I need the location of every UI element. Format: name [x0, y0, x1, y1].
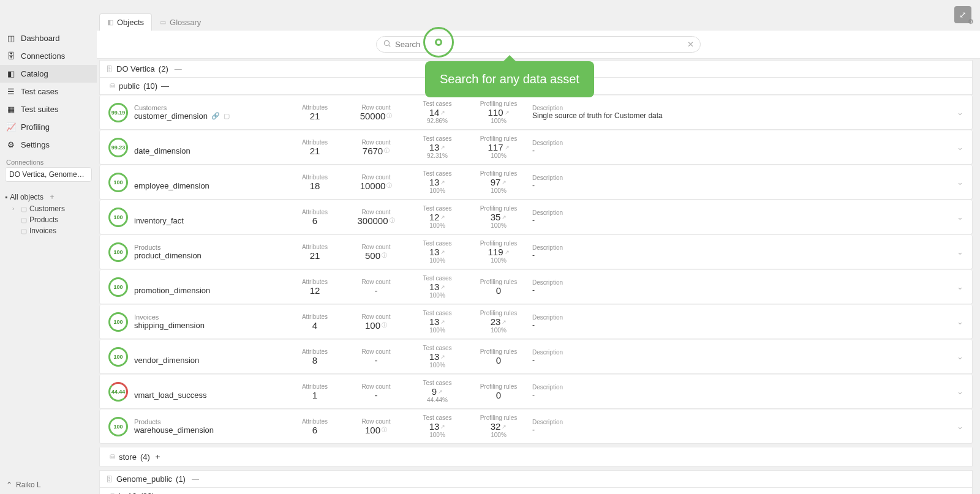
object-name[interactable]: employee_dimension: [134, 181, 281, 190]
rowcount-value: -: [349, 285, 404, 296]
rules-value[interactable]: 0: [471, 355, 526, 365]
catalog-icon: ◧: [6, 69, 16, 78]
chevron-down-icon[interactable]: ⌄: [957, 282, 963, 291]
collapse-icon[interactable]: —: [161, 81, 169, 91]
object-name[interactable]: inventory_fact: [134, 216, 281, 225]
group-hg16[interactable]: ⛁ hg16 (86) —: [99, 488, 973, 494]
connections-selector[interactable]: DO Vertica, Genome_p...: [5, 167, 92, 182]
sidebar: ◫Dashboard🗄Connections◧Catalog☰Test case…: [0, 0, 97, 494]
tabs-bar: ◧ Objects ▭ Glossary: [97, 13, 980, 31]
table-row[interactable]: 100 vendor_dimension Attributes8 Row cou…: [99, 340, 973, 374]
suite-icon: ▦: [6, 105, 16, 114]
object-tag: Products: [134, 244, 281, 251]
testcases-value[interactable]: 13↗: [410, 351, 465, 362]
table-row[interactable]: 44.44 vmart_load_success Attributes1 Row…: [99, 375, 973, 409]
expand-button[interactable]: ⤢⚙: [954, 6, 971, 23]
collapse-icon[interactable]: —: [158, 492, 166, 494]
object-name[interactable]: vmart_load_success: [134, 391, 281, 400]
folder-icon: ▪: [5, 193, 7, 201]
chart-icon: 📈: [6, 122, 16, 132]
testcases-value[interactable]: 13↗: [410, 247, 465, 257]
table-row[interactable]: 100 Products product_dimension Attribute…: [99, 235, 973, 269]
nav-settings[interactable]: ⚙Settings: [0, 136, 97, 154]
group-store[interactable]: ⛁ store (4) ＋: [99, 447, 973, 466]
nav-test-suites[interactable]: ▦Test suites: [0, 100, 97, 118]
nav-catalog[interactable]: ◧Catalog: [0, 65, 97, 83]
collapse-icon[interactable]: —: [192, 475, 199, 484]
schema-icon: ⛁: [110, 453, 115, 461]
schema-icon: ⛁: [110, 82, 115, 90]
group-genome[interactable]: 🗄 Genome_public (1) —: [99, 470, 973, 488]
table-row[interactable]: 99.19 Customers customer_dimension 🔗▢ At…: [99, 95, 973, 130]
score-badge: 100: [108, 417, 128, 436]
testcases-value[interactable]: 13↗: [410, 142, 465, 152]
table-row[interactable]: 100 Invoices shipping_dimension Attribut…: [99, 305, 973, 339]
chevron-down-icon[interactable]: ⌄: [957, 178, 963, 187]
testcases-value[interactable]: 12↗: [410, 212, 465, 222]
info-icon: ⓘ: [390, 217, 395, 225]
external-link-icon: ↗: [440, 284, 445, 290]
folder-icon: ▢: [21, 216, 27, 224]
rules-value[interactable]: 0: [471, 390, 526, 400]
object-name[interactable]: customer_dimension 🔗▢: [134, 111, 281, 121]
rules-value[interactable]: 110↗: [471, 107, 526, 118]
collapse-icon[interactable]: —: [175, 65, 182, 73]
chevron-down-icon[interactable]: ⌄: [957, 247, 963, 256]
tab-glossary[interactable]: ▭ Glossary: [152, 13, 209, 31]
object-name[interactable]: shipping_dimension: [134, 321, 281, 330]
rules-value[interactable]: 35↗: [471, 212, 526, 222]
object-name[interactable]: warehouse_dimension: [134, 425, 281, 435]
nav-profiling[interactable]: 📈Profiling: [0, 118, 97, 136]
search-input[interactable]: [395, 40, 680, 49]
user-footer[interactable]: ⌃ Raiko L: [0, 476, 97, 494]
folder-all-objects[interactable]: ▪ All objects ＋: [4, 190, 93, 203]
testcases-value[interactable]: 9↗: [410, 386, 465, 397]
score-badge: 100: [108, 347, 128, 367]
rules-value[interactable]: 32↗: [471, 421, 526, 432]
rowcount-value: 100ⓘ: [349, 320, 404, 331]
chevron-down-icon[interactable]: ⌄: [957, 422, 963, 431]
folder-products[interactable]: ▢ Products: [11, 214, 93, 225]
chevron-down-icon[interactable]: ⌄: [957, 108, 963, 117]
testcases-value[interactable]: 13↗: [410, 421, 465, 432]
object-name[interactable]: product_dimension: [134, 251, 281, 260]
add-folder-icon[interactable]: ＋: [48, 192, 56, 202]
chevron-down-icon[interactable]: ⌄: [957, 317, 963, 326]
description-text: -: [532, 146, 951, 155]
rules-value[interactable]: 119↗: [471, 247, 526, 257]
nav-test-cases[interactable]: ☰Test cases: [0, 83, 97, 100]
external-link-icon: ↗: [440, 144, 445, 151]
chevron-down-icon[interactable]: ⌄: [957, 212, 963, 222]
folder-customers[interactable]: › ▢ Customers: [11, 203, 93, 214]
description-text: -: [532, 425, 951, 434]
rules-value[interactable]: 0: [471, 285, 526, 296]
expand-icon[interactable]: ＋: [154, 451, 162, 462]
info-icon: ⓘ: [384, 147, 390, 155]
rules-value[interactable]: 97↗: [471, 177, 526, 187]
clear-icon[interactable]: ✕: [687, 40, 694, 49]
object-name[interactable]: promotion_dimension: [134, 286, 281, 295]
table-row[interactable]: 100 promotion_dimension Attributes12 Row…: [99, 270, 973, 304]
table-row[interactable]: 100 Products warehouse_dimension Attribu…: [99, 410, 973, 444]
rules-value[interactable]: 23↗: [471, 316, 526, 327]
testcases-value[interactable]: 13↗: [410, 177, 465, 187]
nav-dashboard[interactable]: ◫Dashboard: [0, 29, 97, 47]
nav-connections[interactable]: 🗄Connections: [0, 47, 97, 65]
testcases-value[interactable]: 13↗: [410, 316, 465, 327]
list-icon: ☰: [6, 87, 16, 96]
testcases-value[interactable]: 13↗: [410, 282, 465, 292]
object-name[interactable]: date_dimension: [134, 146, 281, 155]
table-row[interactable]: 100 employee_dimension Attributes18 Row …: [99, 165, 973, 200]
folder-invoices[interactable]: ▢ Invoices: [11, 225, 93, 236]
object-name[interactable]: vendor_dimension: [134, 356, 281, 365]
external-link-icon: ↗: [440, 424, 445, 430]
search-box[interactable]: ✕: [376, 36, 701, 53]
rules-value[interactable]: 117↗: [471, 142, 526, 152]
table-row[interactable]: 99.23 date_dimension Attributes21 Row co…: [99, 130, 973, 165]
testcases-value[interactable]: 14↗: [410, 107, 465, 118]
chevron-down-icon[interactable]: ⌄: [957, 352, 963, 361]
chevron-down-icon[interactable]: ⌄: [957, 143, 963, 152]
tab-objects[interactable]: ◧ Objects: [99, 13, 152, 31]
table-row[interactable]: 100 inventory_fact Attributes6 Row count…: [99, 200, 973, 234]
chevron-down-icon[interactable]: ⌄: [957, 387, 963, 396]
